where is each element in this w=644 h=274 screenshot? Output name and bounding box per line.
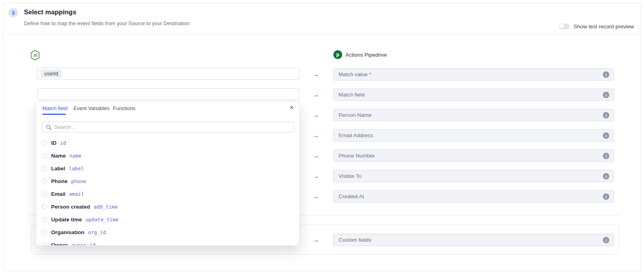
mapping-arrow-icon: → bbox=[311, 190, 321, 203]
show-test-record-toggle[interactable] bbox=[559, 24, 570, 29]
destination-field-match-value[interactable]: Match value * i bbox=[333, 68, 614, 81]
nodejs-icon: JS bbox=[30, 50, 40, 62]
destination-field-person-name[interactable]: Person Name i bbox=[333, 109, 614, 121]
destination-header: p Actions Pipedrive bbox=[333, 50, 387, 59]
radio-button[interactable] bbox=[42, 217, 47, 222]
info-icon[interactable]: i bbox=[603, 132, 609, 139]
destination-title: Actions Pipedrive bbox=[345, 52, 387, 58]
destination-field-created-at[interactable]: Created At i bbox=[333, 190, 614, 203]
field-option-owner[interactable]: Owner owner_id bbox=[36, 239, 299, 246]
destination-field-phone-number[interactable]: Phone Number i bbox=[333, 150, 614, 162]
destination-field-custom-fields[interactable]: Custom fields i bbox=[333, 234, 614, 246]
select-mappings-screen: 3 Select mappings Define how to map the … bbox=[0, 0, 644, 274]
panel-header: 3 Select mappings Define how to map the … bbox=[4, 4, 640, 34]
tab-match-field[interactable]: Match field bbox=[42, 105, 67, 111]
pipedrive-icon: p bbox=[333, 50, 342, 59]
field-option-person-created[interactable]: Person created add_time bbox=[36, 200, 299, 213]
field-option-organisation[interactable]: Organisation org_id bbox=[36, 226, 299, 239]
field-option-update-time[interactable]: Update time update_time bbox=[36, 213, 299, 226]
radio-button[interactable] bbox=[42, 153, 47, 158]
toggle-knob bbox=[559, 24, 564, 29]
field-option-phone[interactable]: Phone phone bbox=[36, 175, 299, 187]
field-options-list: ID id Name name Label label Phone phone bbox=[36, 136, 299, 246]
radio-button[interactable] bbox=[42, 242, 47, 246]
field-option-label[interactable]: Label label bbox=[36, 162, 299, 175]
close-icon[interactable]: × bbox=[290, 104, 293, 111]
tab-functions[interactable]: Functions bbox=[113, 105, 135, 111]
destination-field-match-field[interactable]: Match field i bbox=[333, 89, 614, 101]
radio-button[interactable] bbox=[42, 179, 47, 184]
info-icon[interactable]: i bbox=[603, 112, 609, 118]
field-option-email[interactable]: Email email bbox=[36, 187, 299, 200]
mappings-panel: 3 Select mappings Define how to map the … bbox=[3, 3, 641, 271]
mapping-arrow-icon: → bbox=[311, 89, 321, 101]
field-picker-dropdown: Match field Event Variables Functions × … bbox=[36, 102, 299, 246]
info-icon[interactable]: i bbox=[603, 71, 609, 78]
active-tab-underline bbox=[42, 114, 66, 115]
step-number-badge: 3 bbox=[8, 8, 18, 18]
page-title: Select mappings bbox=[24, 8, 76, 16]
destination-field-email-address[interactable]: Email Address i bbox=[333, 129, 614, 142]
info-icon[interactable]: i bbox=[603, 92, 609, 98]
page-subtitle: Define how to map the event fields from … bbox=[24, 20, 190, 26]
radio-button[interactable] bbox=[42, 204, 47, 209]
destination-field-visible-to[interactable]: Visible To i bbox=[333, 170, 614, 182]
search-icon bbox=[46, 124, 52, 130]
search-input[interactable] bbox=[54, 124, 291, 130]
toggle-label: Show test record preview bbox=[573, 24, 634, 30]
info-icon[interactable]: i bbox=[603, 173, 609, 179]
mapping-arrow-icon: → bbox=[311, 150, 321, 162]
tab-event-variables[interactable]: Event Variables bbox=[73, 105, 109, 111]
mapping-arrow-icon: → bbox=[311, 68, 321, 81]
field-option-id[interactable]: ID id bbox=[36, 136, 299, 149]
info-icon[interactable]: i bbox=[603, 153, 609, 159]
mapping-arrow-icon: → bbox=[311, 170, 321, 182]
radio-button[interactable] bbox=[42, 166, 47, 171]
radio-button[interactable] bbox=[42, 230, 47, 235]
field-option-name[interactable]: Name name bbox=[36, 149, 299, 162]
mapping-arrow-icon: → bbox=[311, 234, 321, 246]
mapping-token-chip[interactable]: userId bbox=[41, 70, 62, 78]
search-box bbox=[42, 122, 294, 132]
info-icon[interactable]: i bbox=[603, 193, 609, 200]
mapping-arrow-icon: → bbox=[311, 109, 321, 121]
source-mapping-input-1[interactable]: userId bbox=[37, 68, 299, 80]
radio-button[interactable] bbox=[42, 140, 47, 146]
info-icon[interactable]: i bbox=[603, 237, 609, 243]
source-mapping-input-2[interactable] bbox=[37, 88, 299, 100]
radio-button[interactable] bbox=[42, 191, 47, 197]
mapping-arrow-icon: → bbox=[311, 129, 321, 142]
svg-text:JS: JS bbox=[33, 53, 38, 57]
test-record-preview-control: Show test record preview bbox=[559, 22, 634, 31]
